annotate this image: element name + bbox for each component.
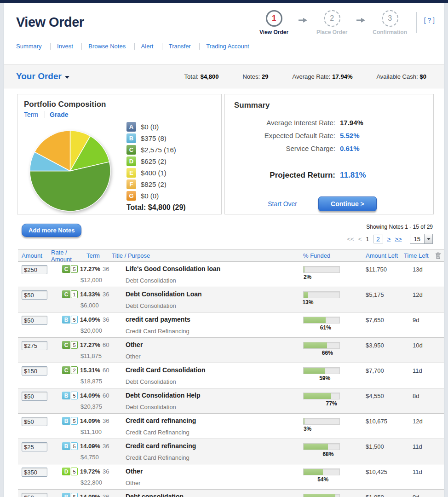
pagination-page-2[interactable]: 2 [373, 235, 383, 243]
legend-item: A $0 (0) [126, 122, 186, 132]
order-stat: Average Rate:17.94% [292, 73, 352, 80]
note-amount-input[interactable] [22, 265, 47, 274]
note-title[interactable]: Debt Consolidation Loan [126, 290, 280, 298]
note-purpose: Credit Card Refinancing [126, 328, 280, 335]
note-title[interactable]: Debt Consolidation Help [126, 392, 280, 399]
grade-badge-subgrade: 5 [71, 468, 78, 475]
summary-title: Summary [234, 101, 424, 110]
note-title[interactable]: credit card payments [126, 316, 280, 323]
step-arrow-icon [356, 17, 366, 25]
rate-value: 14.09% [80, 443, 100, 450]
nav-link[interactable]: Invest [50, 43, 73, 50]
note-amount-input[interactable] [22, 392, 47, 401]
grade-badge-subgrade: 2 [71, 366, 78, 374]
portfolio-title: Portfolio Composition [24, 100, 215, 109]
note-row: C 5 17.27% 36 $12,000 Life's Good Consol… [18, 262, 444, 287]
projected-return-value: 11.81% [340, 170, 366, 181]
pagination-next[interactable]: > [387, 236, 391, 243]
funded-bar: 54% [303, 468, 340, 475]
term-value: 36 [103, 493, 109, 497]
grade-swatch: E [126, 168, 136, 178]
portfolio-tab[interactable]: Grade [45, 111, 68, 118]
pagination-page-current[interactable]: 1 [366, 236, 369, 243]
note-amount-input[interactable] [22, 341, 47, 350]
column-header-amount-left[interactable]: Amount Left [349, 252, 400, 259]
funded-bar: 68% [303, 443, 340, 450]
term-value: 36 [103, 468, 109, 475]
grade-badge-subgrade: 5 [71, 265, 78, 273]
column-header-funded[interactable]: % Funded [280, 252, 349, 259]
note-title[interactable]: Other [126, 341, 280, 348]
summary-value: 5.52% [340, 129, 360, 142]
note-amount-input[interactable] [22, 366, 47, 376]
note-title[interactable]: Life's Good Consolidation loan [126, 265, 280, 272]
nav-link[interactable]: Alert [134, 43, 154, 50]
add-more-notes-button[interactable]: Add more Notes [22, 224, 81, 237]
row-trash-cell [432, 388, 444, 413]
nav-link[interactable]: Transfer [162, 43, 191, 50]
grade-letter: A [129, 123, 133, 130]
trash-icon[interactable] [432, 252, 444, 259]
note-amount-input[interactable] [22, 417, 47, 426]
note-title[interactable]: Credit card refinancing [126, 417, 280, 424]
column-header-term[interactable]: Term [86, 252, 112, 259]
grade-badge: C 5 [62, 341, 78, 349]
note-title[interactable]: Other [126, 468, 280, 475]
step-circle: 2 [324, 10, 340, 27]
term-value: 60 [103, 341, 109, 348]
pagination-last[interactable]: >> [395, 236, 402, 243]
note-row: C 2 15.31% 60 $18,875 Credit Card Consol… [18, 363, 444, 388]
amount-left-value: $10,425 [349, 464, 400, 489]
note-title[interactable]: Credit card refinancing [126, 442, 280, 450]
note-amount-input[interactable] [22, 442, 47, 451]
funded-bar-fill [304, 292, 308, 298]
continue-button[interactable]: Continue > [318, 196, 377, 211]
portfolio-tab[interactable]: Term [24, 111, 38, 118]
rate-value: 17.27% [80, 266, 100, 272]
caret-down-icon [65, 76, 69, 79]
help-link[interactable]: [ ? ] [424, 17, 435, 24]
amount-left-value: $7,650 [349, 312, 400, 337]
legend-item: C $2,575 (16) [126, 145, 186, 155]
note-purpose: Debt Consolidation [126, 378, 280, 385]
note-amount-input[interactable] [22, 468, 47, 477]
amount-left-value: $4,550 [349, 388, 400, 413]
nav-link[interactable]: Summary [16, 43, 42, 50]
nav-link[interactable]: Browse Notes [81, 43, 126, 50]
note-amount-input[interactable] [22, 290, 47, 300]
column-header-rate-amount[interactable]: Rate / Amount [51, 249, 86, 263]
page-size-select[interactable]: 15 [410, 234, 433, 244]
your-order-dropdown[interactable]: Your Order [16, 71, 69, 81]
time-left-value: 8d [400, 388, 432, 413]
legend-value: $2,575 (16) [141, 146, 176, 154]
grade-badge-letter: B [62, 316, 70, 324]
note-title[interactable]: Credit Card Consolidation [126, 366, 280, 374]
funded-bar-track [303, 393, 340, 399]
start-over-link[interactable]: Start Over [268, 200, 297, 208]
legend-value: $0 (0) [141, 123, 159, 131]
pagination-first[interactable]: << [347, 236, 354, 243]
funded-bar-fill [304, 317, 326, 323]
pagination-prev[interactable]: < [358, 236, 362, 243]
funded-percent-label: 66% [322, 350, 333, 356]
time-left-value: 12d [400, 287, 432, 312]
note-amount-input[interactable] [22, 316, 47, 325]
step-number: 2 [330, 14, 334, 23]
row-trash-cell [432, 464, 444, 489]
note-title[interactable]: Debt consolidation [126, 493, 280, 497]
grade-swatch: D [126, 156, 136, 166]
column-header-time-left[interactable]: Time Left [400, 252, 432, 259]
funded-bar-fill [304, 469, 323, 475]
grade-swatch: B [126, 133, 136, 143]
nav-link[interactable]: Trading Account [199, 43, 249, 50]
rate-value: 14.09% [80, 417, 100, 424]
loan-total: $20,000 [80, 327, 122, 334]
amount-left-value: $7,700 [349, 363, 400, 388]
note-purpose: Credit Card Refinancing [126, 454, 280, 461]
loan-total: $18,875 [80, 378, 122, 385]
column-header-title-purpose[interactable]: Title / Purpose [112, 252, 280, 259]
summary-label: Expected Default Rate: [234, 129, 335, 142]
funded-percent-label: 2% [304, 274, 311, 280]
column-header-amount[interactable]: Amount [22, 252, 51, 259]
note-amount-input[interactable] [22, 493, 47, 497]
